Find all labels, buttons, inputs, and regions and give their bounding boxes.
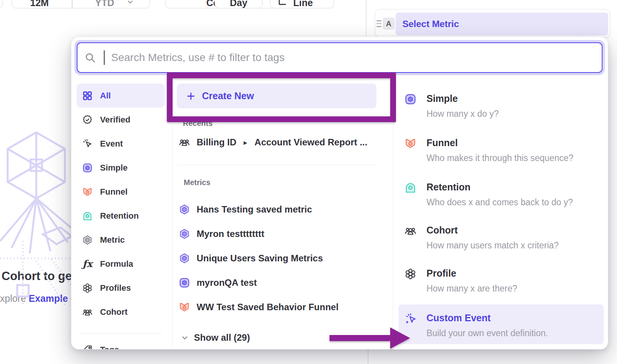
drag-handle-icon[interactable] xyxy=(376,20,381,27)
type-subtitle: Who makes it through this sequence? xyxy=(426,153,573,163)
annotation-arrow-head xyxy=(390,327,410,349)
empty-state-wireframe-illustration xyxy=(0,127,73,317)
cohort-icon xyxy=(404,225,417,237)
metric-list-item[interactable]: myronQA test xyxy=(179,275,257,290)
type-subtitle: How many users match x criteria? xyxy=(426,240,559,250)
metric-list-item[interactable]: Myron testttttttt xyxy=(179,226,264,242)
select-metric-label: Select Metric xyxy=(402,19,459,29)
line-chart-icon xyxy=(277,0,287,6)
funnel-icon xyxy=(179,301,190,313)
search-input[interactable] xyxy=(77,42,602,73)
metric-list-item[interactable]: Hans Testing saved metric xyxy=(179,202,312,217)
sidebar-item-funnel[interactable]: Funnel xyxy=(77,180,165,204)
verified-seal-icon xyxy=(82,114,93,126)
recent-cohort-name: Billing ID xyxy=(197,137,236,148)
simple-icon xyxy=(404,93,417,105)
profiles-icon xyxy=(404,268,417,280)
metric-hexagon-purple-icon xyxy=(179,228,190,240)
type-option-simple[interactable]: Simple How many x do y? xyxy=(404,93,599,119)
annotation-arrow-tail xyxy=(329,335,391,341)
metric-hexagon-icon xyxy=(82,234,93,246)
metric-item-label: Hans Testing saved metric xyxy=(197,204,312,215)
retention-icon xyxy=(404,182,417,194)
search-icon xyxy=(84,52,96,63)
type-option-profile[interactable]: Profile How many x are there? xyxy=(404,268,599,293)
sidebar-item-formula[interactable]: ƒx Formula xyxy=(77,252,165,276)
sidebar-divider xyxy=(79,333,162,333)
date-range-segmented-control[interactable]: 12M YTD xyxy=(11,0,150,8)
type-title: Profile xyxy=(426,268,517,279)
metric-item-label: WW Test Saved Behavior Funnel xyxy=(197,302,339,312)
panel-divider-bottom xyxy=(368,350,368,364)
recent-item-billing-id[interactable]: Billing ID ▸ Account Viewed Report ... xyxy=(179,135,367,150)
funnel-icon xyxy=(404,137,417,150)
type-title: Funnel xyxy=(426,137,573,148)
type-subtitle: Who does x and comes back to do y? xyxy=(426,197,573,207)
formula-icon: ƒx xyxy=(82,258,93,270)
chevron-down-icon xyxy=(181,333,189,342)
sidebar-item-cohort[interactable]: Cohort xyxy=(77,300,165,324)
type-subtitle: How many x do y? xyxy=(426,109,499,119)
metric-item-label: Myron testttttttt xyxy=(197,229,264,239)
metric-list-item[interactable]: Unique Users Saving Metrics xyxy=(179,251,323,266)
metric-row-letter-badge: A xyxy=(383,18,395,30)
sidebar-item-verified[interactable]: Verified xyxy=(77,108,165,132)
metric-item-label: myronQA test xyxy=(197,277,257,288)
panel-divider-top xyxy=(366,0,367,37)
metric-row-card: A Select Metric xyxy=(375,9,610,37)
sidebar-label: Retention xyxy=(100,211,139,221)
show-all-button[interactable]: Show all (29) xyxy=(181,330,250,345)
sidebar-label: Funnel xyxy=(100,187,128,197)
sidebar-item-metric[interactable]: Metric xyxy=(77,228,165,252)
type-option-retention[interactable]: Retention Who does x and comes back to d… xyxy=(404,182,599,207)
show-all-label: Show all (29) xyxy=(194,332,250,343)
sidebar-item-tags[interactable]: Tags xyxy=(77,338,165,350)
type-option-cohort[interactable]: Cohort How many users match x criteria? xyxy=(404,225,599,250)
sidebar-item-profiles[interactable]: Profiles xyxy=(77,276,165,300)
custom-event-icon xyxy=(404,312,417,325)
toolbar-button-fragment[interactable] xyxy=(0,0,3,8)
type-title: Custom Event xyxy=(426,312,548,323)
type-title: Cohort xyxy=(426,225,559,235)
sidebar-label: Event xyxy=(100,139,123,149)
range-ytd-button[interactable]: YTD xyxy=(95,0,114,8)
sidebar-item-all[interactable]: All xyxy=(77,84,165,108)
event-cursor-icon xyxy=(82,138,93,150)
select-metric-button[interactable]: Select Metric xyxy=(396,13,608,35)
sidebar-item-retention[interactable]: Retention xyxy=(77,204,165,228)
cohort-icon xyxy=(179,137,190,148)
day-button-label: Day xyxy=(230,0,247,8)
recent-event-name: Account Viewed Report ... xyxy=(255,137,368,148)
metric-list-item[interactable]: WW Test Saved Behavior Funnel xyxy=(179,300,339,315)
simple-icon xyxy=(82,162,93,174)
line-button-label: Line xyxy=(293,0,313,8)
tag-icon xyxy=(82,344,93,350)
funnel-icon xyxy=(82,186,93,198)
column-divider-left xyxy=(172,82,173,350)
type-title: Retention xyxy=(426,182,573,192)
search-field-wrapper xyxy=(74,40,605,75)
type-option-custom-event[interactable]: Custom Event Build your own event defini… xyxy=(404,312,599,338)
range-12m-button[interactable]: 12M xyxy=(30,0,49,8)
granularity-day-button[interactable]: Day xyxy=(215,0,263,8)
sidebar-label: Cohort xyxy=(100,307,128,317)
sidebar-item-event[interactable]: Event xyxy=(77,132,165,156)
simple-icon xyxy=(179,277,190,288)
text-caret xyxy=(104,50,105,65)
type-option-funnel[interactable]: Funnel Who makes it through this sequenc… xyxy=(404,137,599,163)
metric-hexagon-purple-icon xyxy=(179,253,190,264)
metrics-header: Metrics xyxy=(184,178,210,187)
sidebar-label: Formula xyxy=(100,259,133,269)
type-subtitle: How many x are there? xyxy=(426,283,517,293)
sidebar-label: Simple xyxy=(100,163,128,173)
sidebar-item-simple[interactable]: Simple xyxy=(77,156,165,180)
segment-divider xyxy=(72,0,73,8)
chart-type-line-button[interactable]: Line xyxy=(270,0,334,8)
type-title: Simple xyxy=(426,93,499,104)
recents-metrics-divider xyxy=(177,165,376,165)
sidebar-label: All xyxy=(100,91,111,101)
annotation-highlight-rectangle xyxy=(167,72,396,122)
column-divider-right xyxy=(393,82,393,350)
sidebar-label: Verified xyxy=(100,115,130,125)
metric-hexagon-purple-icon xyxy=(179,204,190,215)
